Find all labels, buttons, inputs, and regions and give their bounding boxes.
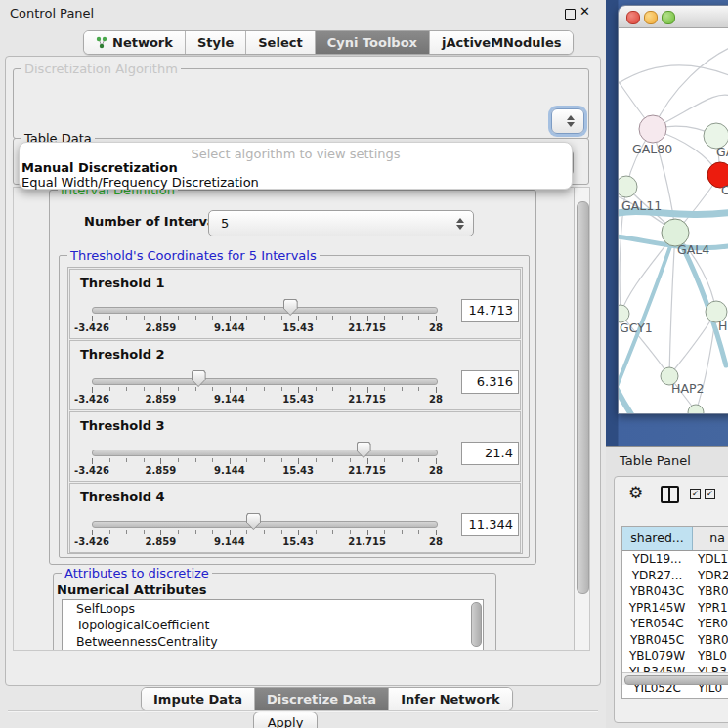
cyni-toolbox-content: Discretization Algorithm Table Data galF… <box>5 56 601 686</box>
slider-tick <box>298 458 299 464</box>
tab-select[interactable]: Select <box>246 31 315 54</box>
threshold-row: Threshold 4-3.4262.8599.14415.4321.71528… <box>69 483 521 553</box>
column-header-1[interactable]: na <box>693 527 728 550</box>
cell-name: YER0 <box>692 616 728 632</box>
popup-item-manual-discretization[interactable]: Manual Discretization <box>21 160 178 175</box>
tick-label: 2.859 <box>129 322 192 333</box>
slider-tick <box>92 387 93 393</box>
slider-tick <box>246 387 247 391</box>
threshold-value-field[interactable]: 11.344 <box>461 513 519 536</box>
numerical-attributes-list[interactable]: SelfLoopsTopologicalCoefficientBetweenne… <box>62 599 484 651</box>
tab-cyni-toolbox[interactable]: Cyni Toolbox <box>316 31 430 54</box>
slider-tick <box>402 316 403 320</box>
scrollbar-thumb[interactable] <box>577 201 589 594</box>
attribute-list-item[interactable]: BetweennessCentrality <box>63 633 483 650</box>
node-label: GAL80 <box>632 142 672 156</box>
tab-label: Network <box>112 35 173 50</box>
attribute-list-item[interactable]: SelfLoops <box>63 600 483 617</box>
network-graph: GAL80GACGAL11GAL4GCY1HHAP2 <box>619 28 728 413</box>
tick-label: 21.715 <box>336 394 399 405</box>
close-icon[interactable]: ✕ <box>579 4 590 19</box>
slider-tick <box>144 316 145 320</box>
network-window-titlebar[interactable] <box>619 6 728 28</box>
slider-track[interactable] <box>92 521 438 528</box>
tab-discretize-data[interactable]: Discretize Data <box>255 688 389 710</box>
slider-tick <box>264 530 265 534</box>
slider-tick <box>160 530 161 535</box>
slider-tick <box>212 458 213 462</box>
node-label: GCY1 <box>620 321 653 335</box>
slider-tick <box>178 530 179 534</box>
algorithm-combobox[interactable] <box>551 108 584 134</box>
threshold-label: Threshold 2 <box>80 347 165 362</box>
attribute-list-item[interactable]: TopologicalCoefficient <box>63 617 483 633</box>
tab-label: Infer Network <box>401 692 499 707</box>
network-node[interactable] <box>639 115 666 143</box>
slider-tick <box>367 387 368 393</box>
threshold-value-field[interactable]: 21.4 <box>461 442 519 465</box>
slider-tick <box>264 316 265 320</box>
apply-button[interactable]: Apply <box>253 711 318 728</box>
threshold-value-field[interactable]: 14.713 <box>461 299 519 322</box>
tab-label: Cyni Toolbox <box>327 35 417 50</box>
slider-track[interactable] <box>92 378 438 385</box>
checkbox-icon[interactable]: ✓ <box>705 489 715 499</box>
combo-arrows-icon <box>455 217 464 231</box>
slider-tick <box>332 530 333 534</box>
gear-icon[interactable]: ⚙ <box>628 483 643 502</box>
network-node[interactable] <box>688 405 704 413</box>
tab-style[interactable]: Style <box>186 31 246 54</box>
table-row[interactable]: YPR145WYPR1 <box>622 600 728 617</box>
threshold-value-field[interactable]: 6.316 <box>461 370 519 394</box>
cell-shared-name: YPR145W <box>622 600 692 617</box>
slider-tick <box>160 316 161 321</box>
threshold-label: Threshold 3 <box>80 418 165 433</box>
tab-infer-network[interactable]: Infer Network <box>389 688 511 710</box>
slider-tick <box>178 316 179 320</box>
table-row[interactable]: YDR27...YDR2 <box>622 568 728 584</box>
slider-tick <box>144 530 145 534</box>
slider-tick <box>384 530 385 534</box>
slider-track[interactable] <box>92 307 438 314</box>
slider-track[interactable] <box>92 450 438 456</box>
vertical-scrollbar[interactable] <box>574 188 589 650</box>
tab-jactivemnodules[interactable]: jActiveMNodules <box>430 31 574 54</box>
slider-tick <box>402 530 403 534</box>
control-panel: Control Panel ✕ NetworkStyleSelectCyni T… <box>0 0 607 728</box>
list-scrollbar[interactable] <box>471 602 482 647</box>
column-header-0[interactable]: shared... <box>622 527 693 550</box>
cell-name: YDR2 <box>692 568 728 584</box>
minimize-traffic-light[interactable] <box>644 11 658 24</box>
network-node[interactable] <box>619 176 637 197</box>
table-row[interactable]: YBR043CYBR0 <box>622 583 728 600</box>
slider-tick <box>246 316 247 320</box>
network-canvas[interactable]: GAL80GACGAL11GAL4GCY1HHAP2 <box>619 28 728 413</box>
slider-tick <box>436 458 437 464</box>
table-row[interactable]: YBL079WYBL0 <box>622 648 728 664</box>
tick-label: 2.859 <box>129 536 192 547</box>
popup-item-equal-width-frequency-discretization[interactable]: Equal Width/Frequency Discretization <box>21 175 259 190</box>
threshold-label: Threshold 1 <box>80 276 165 290</box>
bottom-tabstrip: Impute DataDiscretize DataInfer Network <box>141 687 513 711</box>
table-row[interactable]: YDL19...YDL1 <box>622 551 728 568</box>
checkbox-icon[interactable]: ✓ <box>690 489 701 499</box>
threshold-row: Threshold 1-3.4262.8599.14415.4321.71528… <box>69 269 521 339</box>
tab-impute-data[interactable]: Impute Data <box>142 688 255 710</box>
tab-network[interactable]: Network <box>84 31 186 54</box>
slider-tick <box>264 387 265 391</box>
tick-label: 9.144 <box>198 394 261 405</box>
columns-icon[interactable] <box>661 486 679 503</box>
slider-tick <box>109 387 110 391</box>
horizontal-scrollbar[interactable] <box>622 672 728 685</box>
slider-tick <box>144 458 145 462</box>
table-row[interactable]: YBR045CYBR0 <box>622 632 728 649</box>
scrollbar-thumb[interactable] <box>624 675 728 685</box>
node-attribute-table[interactable]: shared...na YDL19...YDL1YDR27...YDR2YBR0… <box>621 526 728 699</box>
table-row[interactable]: YER054CYER0 <box>622 616 728 632</box>
number-of-intervals-combobox[interactable]: 5 <box>208 210 474 236</box>
float-window-icon[interactable] <box>565 9 576 20</box>
close-traffic-light[interactable] <box>626 11 640 24</box>
numerical-attributes-heading: Numerical Attributes <box>57 582 207 597</box>
zoom-traffic-light[interactable] <box>662 11 675 24</box>
network-icon <box>96 36 107 49</box>
